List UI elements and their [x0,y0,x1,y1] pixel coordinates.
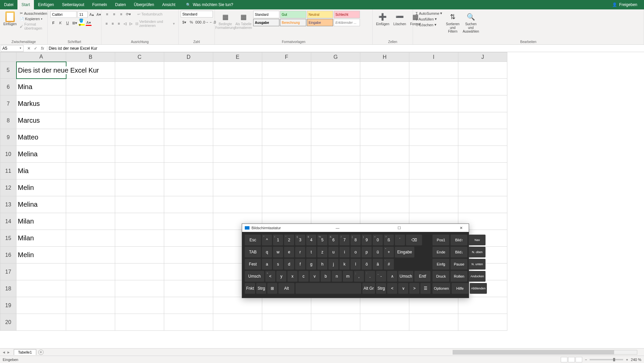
key->[interactable]: > [409,283,419,294]
cell-C6[interactable] [115,79,164,95]
cell-C18[interactable] [115,280,164,297]
cell-B8[interactable] [66,112,115,129]
zoom-slider[interactable] [590,359,623,360]
align-middle-button[interactable]: ≡ [111,11,117,17]
key-<[interactable]: < [387,283,397,294]
cell-G19[interactable] [311,297,360,314]
key-6[interactable]: &6 [328,235,338,245]
cell-G7[interactable] [311,95,360,112]
cell-J20[interactable] [458,314,507,331]
cell-F12[interactable] [262,179,311,196]
sort-filter-button[interactable]: ⇅Sortieren und Filtern [444,11,461,34]
italic-button[interactable]: K [57,20,63,26]
key-N. unten[interactable]: N. unten [469,259,486,270]
row-header-5[interactable]: 5 [0,62,16,79]
row-header-8[interactable]: 8 [0,112,16,129]
cell-C17[interactable] [115,264,164,280]
key-ö[interactable]: ö [362,259,372,270]
insert-function-button[interactable]: fx [39,46,46,51]
cell-A14[interactable]: Milan [16,213,66,230]
cell-C9[interactable] [115,129,164,146]
key-´[interactable]: `´ [395,235,405,245]
align-top-button[interactable]: ≡ [104,11,110,17]
key-<[interactable]: >< [265,271,275,282]
cell-F5[interactable] [262,62,311,79]
key-5[interactable]: %5 [317,235,327,245]
key-space[interactable] [295,283,361,294]
cell-style-gut[interactable]: Gut [280,11,306,18]
cell-C10[interactable] [115,146,164,163]
cell-E6[interactable] [213,79,262,95]
cell-G9[interactable] [311,129,360,146]
column-header-F[interactable]: F [262,52,311,62]
cell-F11[interactable] [262,163,311,179]
cell-H13[interactable] [360,196,409,213]
key-7[interactable]: /7 [339,235,350,245]
row-header-17[interactable]: 17 [0,264,16,280]
page-layout-view-button[interactable] [568,357,575,362]
orientation-button[interactable]: ⟳▾ [125,11,131,17]
cell-D5[interactable] [164,62,213,79]
cell-A20[interactable] [16,314,66,331]
cell-F19[interactable] [262,297,311,314]
normal-view-button[interactable] [561,357,567,362]
cell-C8[interactable] [115,112,164,129]
cell-D7[interactable] [164,95,213,112]
cell-D8[interactable] [164,112,213,129]
cell-B17[interactable] [66,264,115,280]
row-header-11[interactable]: 11 [0,163,16,179]
tell-me-search[interactable]: Was möchten Sie tun? [186,2,233,7]
row-header-12[interactable]: 12 [0,179,16,196]
cell-C7[interactable] [115,95,164,112]
row-header-18[interactable]: 18 [0,280,16,297]
horizontal-scrollbar[interactable] [453,350,637,355]
select-all-corner[interactable] [0,52,16,62]
maximize-button[interactable]: ☐ [394,226,404,230]
cell-E8[interactable] [213,112,262,129]
cell-J12[interactable] [458,179,507,196]
cell-B9[interactable] [66,129,115,146]
cell-I20[interactable] [409,314,458,331]
increase-decimal-button[interactable]: .0→ [202,19,209,25]
cell-H7[interactable] [360,95,409,112]
cell-C19[interactable] [115,297,164,314]
cell-G13[interactable] [311,196,360,213]
cell-A13[interactable]: Melina [16,196,66,213]
font-size-select[interactable] [78,11,88,18]
wrap-text-button[interactable]: ↩Textumbruch [137,12,163,17]
underline-button[interactable]: U [64,20,71,26]
cell-C16[interactable] [115,247,164,264]
cell-B14[interactable] [66,213,115,230]
row-header-20[interactable]: 20 [0,314,16,331]
key-g[interactable]: g [306,259,316,270]
find-select-button[interactable]: 🔍Suchen und Auswählen [462,11,479,34]
cell-G5[interactable] [311,62,360,79]
cell-C20[interactable] [115,314,164,331]
cell-G6[interactable] [311,79,360,95]
key-Ende[interactable]: Ende [432,247,449,257]
cell-A8[interactable]: Marcus [16,112,66,129]
key-3[interactable]: §3 [295,235,305,245]
cell-D17[interactable] [164,264,213,280]
cell-E9[interactable] [213,129,262,146]
key-ü[interactable]: ü [373,247,383,257]
cell-A12[interactable]: Melin [16,179,66,196]
page-break-view-button[interactable] [576,357,582,362]
cell-G11[interactable] [311,163,360,179]
key--[interactable]: _- [376,271,386,282]
key-t[interactable]: t [306,247,316,257]
key-☰[interactable]: ☰ [420,283,430,294]
font-family-select[interactable] [50,11,77,18]
cell-E5[interactable] [213,62,262,79]
name-box[interactable]: A5 ▼ [1,45,24,52]
key-j[interactable]: j [328,259,338,270]
cell-E11[interactable] [213,163,262,179]
cell-G8[interactable] [311,112,360,129]
column-header-G[interactable]: G [311,52,360,62]
font-color-button[interactable]: A▾ [86,20,92,26]
zoom-out-button[interactable]: − [585,358,587,362]
key-Abblenden[interactable]: Abblenden [470,283,487,294]
key-q[interactable]: q [262,247,272,257]
ribbon-tab-überprüfen[interactable]: Überprüfen [130,0,158,9]
clear-button[interactable]: ◇Löschen▾ [415,22,443,27]
